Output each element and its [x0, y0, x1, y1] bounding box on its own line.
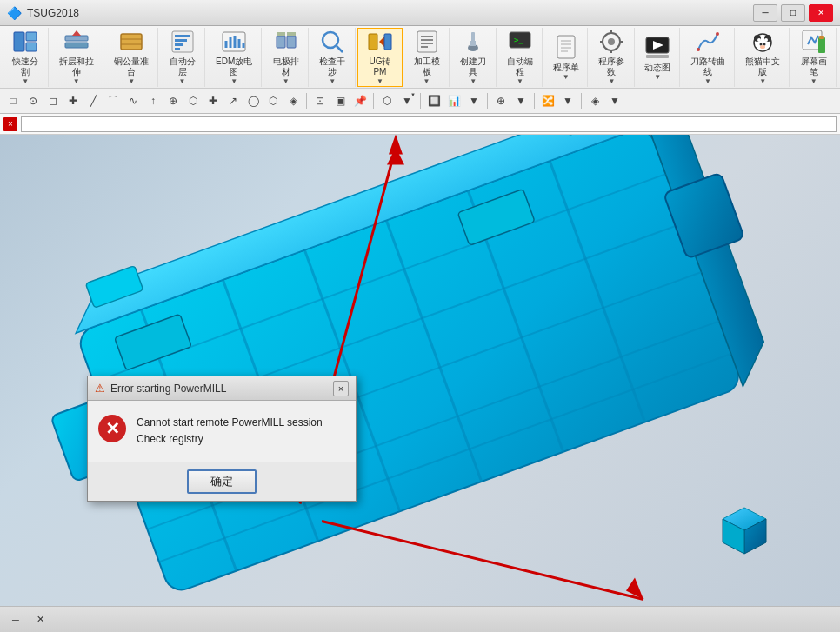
tool-btn-6[interactable]: ⌒ [103, 91, 123, 110]
powermill-logo [701, 484, 788, 571]
tool-btn-5[interactable]: ╱ [83, 91, 103, 110]
tool-btn-12[interactable]: ↗ [223, 91, 243, 110]
panda-icon [749, 29, 777, 55]
chengxucan-label: 程序参数 [595, 57, 629, 77]
svg-rect-11 [175, 39, 187, 42]
status-minimize[interactable]: ─ [7, 611, 24, 629]
tool-btn-9[interactable]: ⊕ [163, 91, 183, 110]
toolbar-group-dianji[interactable]: 电极排材 ▼ [263, 28, 309, 87]
toolbar-group-kuaisu[interactable]: 快速分割 ▼ [3, 28, 49, 87]
svg-rect-64 [818, 37, 825, 53]
tool-btn-23[interactable]: ▼ [464, 91, 483, 110]
svg-rect-12 [175, 43, 183, 46]
toolbar-group-tongcha[interactable]: 铜公量准台 ▼ [105, 28, 158, 87]
tool-btn-2[interactable]: ⊙ [23, 91, 43, 110]
svg-rect-52 [646, 55, 669, 58]
tool-btn-8[interactable]: ↑ [143, 91, 163, 110]
separator-2 [373, 93, 374, 109]
ugtopm-label: UG转PM [363, 57, 397, 77]
svg-rect-26 [369, 34, 377, 50]
svg-rect-29 [417, 31, 437, 52]
jiancha-label: 检查干涉 [316, 57, 350, 77]
svg-point-54 [716, 32, 719, 36]
svg-point-53 [697, 48, 700, 51]
tool-btn-20[interactable]: ▼▼ [397, 91, 417, 110]
toolbar-group-daoluzhuanqu[interactable]: 刀路转曲线 ▼ [682, 28, 735, 87]
separator-5 [534, 93, 535, 109]
toolbar-group-chengxucan[interactable]: 程序参数 ▼ [590, 28, 635, 87]
chengxudan-label: 程序单 [553, 63, 579, 73]
maximize-button[interactable]: □ [781, 4, 805, 22]
zidonbianji-icon: >_ [506, 29, 534, 55]
kuaisu-icon [11, 29, 39, 55]
daoluzhuanqu-icon [694, 29, 722, 55]
ugtopm-icon [366, 29, 394, 55]
tool-btn-18[interactable]: 📌 [350, 91, 370, 110]
svg-rect-1 [26, 32, 37, 41]
tool-btn-19[interactable]: ⬡ [377, 91, 397, 110]
svg-rect-23 [287, 32, 296, 36]
svg-point-24 [323, 32, 338, 48]
tool-btn-29[interactable]: ▼ [605, 91, 624, 110]
toolbar-group-dongtaidao[interactable]: 动态图 ▼ [637, 28, 680, 87]
tool-btn-14[interactable]: ⬡ [263, 91, 283, 110]
tool-btn-26[interactable]: 🔀 [538, 91, 557, 110]
svg-point-58 [757, 38, 761, 42]
dialog-footer: 确定 [88, 462, 356, 501]
toolbar-group-jiagonmu[interactable]: 加工模板 ▼ [404, 28, 450, 87]
svg-rect-28 [384, 34, 391, 50]
command-close[interactable]: × [3, 117, 17, 131]
tool-btn-15[interactable]: ◈ [283, 91, 303, 110]
title-bar: 🔷 TSUG2018 ─ □ ✕ [0, 0, 840, 26]
tool-btn-24[interactable]: ⊕ [491, 91, 510, 110]
tool-btn-10[interactable]: ⬡ [183, 91, 203, 110]
svg-point-60 [760, 43, 763, 46]
tool-btn-25[interactable]: ▼ [511, 91, 530, 110]
svg-point-61 [763, 43, 766, 46]
dialog-message: Cannot start remote PowerMILL session Ch… [137, 415, 323, 448]
tool-btn-16[interactable]: ⊡ [310, 91, 330, 110]
toolbar-group-zidonglayer[interactable]: 自动分层 ▼ [160, 28, 205, 87]
svg-line-89 [322, 522, 643, 600]
chuangdao-label: 创建刀具 [457, 57, 490, 77]
toolbar-group-panda[interactable]: 熊猫中文版 ▼ [737, 28, 790, 87]
toolbar-group-chengxudan[interactable]: 程序单 ▼ [544, 28, 588, 87]
minimize-button[interactable]: ─ [753, 4, 777, 22]
message-line2: Check registry [137, 431, 323, 448]
close-button[interactable]: ✕ [809, 4, 833, 22]
toolbar-group-shuceng[interactable]: 拆层和拉伸 ▼ [50, 28, 103, 87]
toolbar-group-ugtopm[interactable]: UG转PM ▼ [357, 28, 403, 87]
viewport-3d[interactable]: ⚠ Error starting PowerMILL × ✕ Cannot st… [0, 89, 840, 606]
command-input[interactable] [21, 116, 837, 132]
tool-btn-1[interactable]: □ [3, 91, 23, 110]
zidonglayer-label: 自动分层 [165, 57, 199, 77]
tool-btn-22[interactable]: 📊 [444, 91, 463, 110]
dongtaidao-icon [643, 33, 671, 61]
ok-button[interactable]: 确定 [187, 469, 257, 494]
svg-rect-21 [287, 36, 296, 48]
tool-btn-28[interactable]: ◈ [585, 91, 604, 110]
toolbar-group-edm[interactable]: EDM放电图 ▼ [207, 28, 262, 87]
tool-btn-7[interactable]: ∿ [123, 91, 143, 110]
tool-btn-4[interactable]: ✚ [63, 91, 83, 110]
dialog-close-button[interactable]: × [333, 381, 349, 396]
error-dialog[interactable]: ⚠ Error starting PowerMILL × ✕ Cannot st… [87, 376, 357, 502]
toolbar-group-jiancha[interactable]: 检查干涉 ▼ [310, 28, 356, 87]
tool-btn-11[interactable]: ✚ [203, 91, 223, 110]
jiancha-icon [318, 29, 346, 55]
status-close[interactable]: ✕ [31, 611, 49, 629]
tool-btn-3[interactable]: ◻ [43, 91, 63, 110]
daoluzhuanqu-label: 刀路转曲线 [687, 57, 729, 77]
toolbar-group-zidonbianji[interactable]: >_ 自动编程 ▼ [498, 28, 543, 87]
tool-btn-17[interactable]: ▣ [330, 91, 350, 110]
toolbar-group-chuangdao[interactable]: 创建刀具 ▼ [451, 28, 497, 87]
tool-btn-27[interactable]: ▼ [558, 91, 577, 110]
toolbar-row2: □ ⊙ ◻ ✚ ╱ ⌒ ∿ ↑ ⊕ ⬡ ✚ ↗ ◯ ⬡ ◈ ⊡ ▣ 📌 ⬡ ▼▼… [0, 89, 840, 113]
toolbar-group-pingmuhuabi[interactable]: 屏幕画笔 ▼ [791, 28, 837, 87]
kuaisu-label: 快速分割 [9, 57, 43, 77]
tool-btn-13[interactable]: ◯ [243, 91, 263, 110]
command-bar: × [0, 114, 840, 135]
toolbar-row1: 快速分割 ▼ 拆层和拉伸 ▼ 铜公量准台 [0, 26, 840, 89]
svg-rect-20 [277, 36, 285, 48]
tool-btn-21[interactable]: 🔲 [424, 91, 443, 110]
